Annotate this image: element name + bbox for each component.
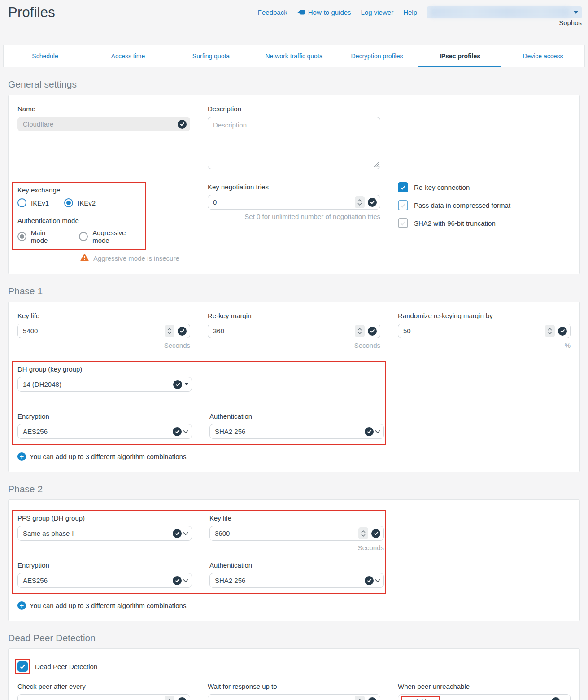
p1-authentication-select[interactable]: SHA2 256	[209, 424, 384, 439]
radio-main-mode[interactable]	[17, 232, 26, 241]
dh-group-select[interactable]: 14 (DH2048)	[17, 377, 192, 392]
p2-key-life-value: 3600	[215, 529, 358, 537]
p1-randomize-input[interactable]: 50	[398, 324, 571, 338]
sha2-truncation-checkbox[interactable]	[398, 218, 408, 228]
number-stepper[interactable]	[355, 325, 365, 337]
valid-check-icon	[178, 697, 187, 700]
dh-group-label: DH group (key group)	[17, 365, 192, 373]
account-dropdown[interactable]	[427, 6, 582, 18]
radio-aggressive-mode-label: Aggressive mode	[92, 229, 144, 244]
log-viewer-link[interactable]: Log viewer	[361, 9, 394, 16]
general-settings-heading: General settings	[8, 79, 588, 90]
radio-aggressive-mode[interactable]	[79, 232, 88, 241]
sha2-truncation-label: SHA2 with 96-bit truncation	[414, 219, 496, 227]
video-camera-icon	[297, 9, 305, 15]
name-label: Name	[17, 105, 190, 113]
key-negotiation-helper: Set 0 for unlimited number of negotiatio…	[208, 213, 380, 220]
p1-rekey-margin-label: Re-key margin	[208, 312, 380, 319]
tab-surfing-quota[interactable]: Surfing quota	[170, 45, 253, 67]
p1-key-life-unit: Seconds	[17, 341, 190, 349]
tab-decryption-profiles[interactable]: Decryption profiles	[335, 45, 418, 67]
number-stepper[interactable]	[165, 325, 174, 337]
annotation-box-phase1-algorithms: DH group (key group) 14 (DH2048) Encrypt…	[12, 361, 386, 445]
howto-guides-link[interactable]: How-to guides	[297, 9, 351, 16]
key-negotiation-label: Key negotiation tries	[208, 183, 380, 191]
p1-add-note: You can add up to 3 different algorithm …	[30, 453, 186, 460]
annotation-box-key-exchange: Key exchange IKEv1 IKEv2 Authentication …	[12, 182, 146, 250]
pfs-group-value: Same as phase-I	[23, 529, 173, 537]
valid-check-icon	[365, 427, 374, 436]
annotation-box-phase2-algorithms: PFS group (DH group) Same as phase-I Key…	[12, 510, 386, 594]
p1-rekey-margin-value: 360	[213, 327, 355, 335]
p1-encryption-select[interactable]: AES256	[17, 424, 192, 439]
p1-key-life-input[interactable]: 5400	[17, 324, 190, 338]
p2-authentication-select[interactable]: SHA2 256	[209, 573, 384, 588]
valid-check-icon	[368, 327, 377, 336]
dpd-checkbox[interactable]	[17, 661, 28, 672]
p1-authentication-label: Authentication	[209, 412, 384, 420]
tab-schedule[interactable]: Schedule	[4, 45, 87, 67]
name-input[interactable]: Cloudflare	[17, 117, 190, 131]
page-header: Profiles Feedback How-to guides Log view…	[0, 0, 588, 45]
name-value: Cloudflare	[23, 120, 178, 128]
annotation-box-reinitiate: Re-initiate	[401, 696, 440, 700]
check-peer-input[interactable]: 30	[17, 694, 190, 700]
p1-key-life-label: Key life	[17, 312, 190, 319]
auth-mode-label: Authentication mode	[17, 217, 144, 224]
p1-rekey-margin-input[interactable]: 360	[208, 324, 380, 338]
p1-key-life-value: 5400	[23, 327, 165, 335]
number-stepper[interactable]	[165, 696, 174, 700]
radio-ikev1[interactable]	[17, 198, 26, 207]
key-negotiation-input[interactable]: 0	[208, 195, 380, 210]
description-textarea[interactable]	[208, 117, 380, 169]
number-stepper[interactable]	[358, 527, 368, 539]
radio-ikev1-label: IKEv1	[31, 199, 49, 207]
compressed-format-checkbox[interactable]	[398, 200, 408, 210]
number-stepper[interactable]	[545, 325, 555, 337]
tab-access-time[interactable]: Access time	[87, 45, 170, 67]
header-links: Feedback How-to guides Log viewer Help	[258, 6, 582, 18]
add-icon[interactable]: +	[17, 601, 26, 610]
p2-encryption-label: Encryption	[17, 561, 192, 569]
tab-network-traffic-quota[interactable]: Network traffic quota	[253, 45, 335, 67]
rekey-connection-checkbox[interactable]	[398, 182, 408, 192]
p1-randomize-unit: %	[398, 341, 571, 349]
p2-key-life-input[interactable]: 3600	[209, 526, 384, 541]
general-settings-panel: Name Cloudflare Description	[8, 95, 580, 274]
radio-ikev2-label: IKEv2	[78, 199, 96, 207]
dpd-panel: Dead Peer Detection Check peer after eve…	[8, 648, 580, 700]
add-icon[interactable]: +	[17, 452, 26, 461]
p2-key-life-unit: Seconds	[209, 544, 384, 551]
number-stepper[interactable]	[355, 696, 365, 700]
radio-ikev2[interactable]	[64, 198, 73, 207]
chevron-down-icon	[185, 383, 188, 385]
wait-response-input[interactable]: 120	[208, 694, 380, 700]
p2-key-life-label: Key life	[209, 514, 384, 522]
key-exchange-label: Key exchange	[17, 186, 144, 194]
check-peer-label: Check peer after every	[17, 682, 190, 690]
compressed-format-label: Pass data in compressed format	[414, 201, 510, 209]
tab-ipsec-profiles[interactable]: IPsec profiles	[418, 45, 501, 67]
chevron-down-icon	[375, 579, 380, 582]
wait-response-value: 120	[213, 698, 355, 700]
valid-check-icon	[173, 427, 182, 436]
chevron-down-icon	[183, 430, 188, 433]
valid-check-icon	[173, 380, 182, 389]
chevron-down-icon	[183, 532, 188, 535]
annotation-box-dpd-checkbox	[15, 659, 30, 674]
p2-encryption-select[interactable]: AES256	[17, 573, 192, 588]
number-stepper[interactable]	[355, 196, 365, 208]
chevron-down-icon	[574, 11, 578, 14]
valid-check-icon	[173, 529, 182, 538]
pfs-group-label: PFS group (DH group)	[17, 514, 192, 522]
valid-check-icon	[368, 697, 377, 700]
tab-device-access[interactable]: Device access	[501, 45, 584, 67]
pfs-group-select[interactable]: Same as phase-I	[17, 526, 192, 541]
warning-icon	[80, 254, 89, 263]
feedback-link[interactable]: Feedback	[258, 9, 287, 16]
dpd-toggle-label: Dead Peer Detection	[35, 663, 97, 670]
wait-response-label: Wait for response up to	[208, 682, 380, 690]
help-link[interactable]: Help	[403, 9, 417, 16]
peer-unreachable-select[interactable]: Re-initiate	[398, 694, 571, 700]
profile-tabs: Schedule Access time Surfing quota Netwo…	[3, 45, 585, 67]
